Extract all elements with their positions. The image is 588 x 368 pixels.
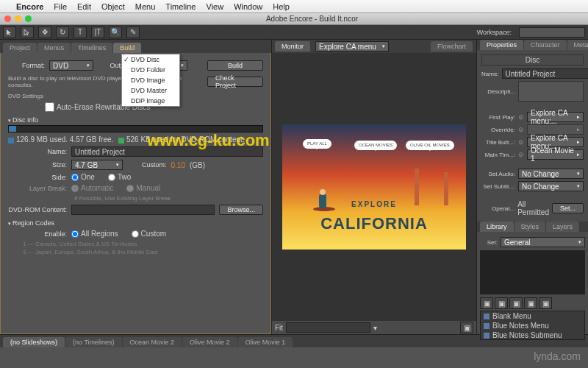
- p-name-label: Name:: [481, 71, 499, 77]
- left-panel-tabs: Project Menus Timelines Build: [0, 40, 271, 53]
- zoom-icon[interactable]: [25, 15, 32, 22]
- direct-select-tool-icon[interactable]: [21, 26, 34, 38]
- rotate-tool-icon[interactable]: ↻: [56, 26, 69, 38]
- side-two-radio[interactable]: Two: [108, 173, 131, 181]
- disc-name-input[interactable]: [71, 146, 263, 157]
- menu-object[interactable]: Object: [101, 2, 125, 11]
- lib-filter-icon[interactable]: ▣: [480, 297, 493, 309]
- monitor-tool-icon[interactable]: ▣: [460, 322, 473, 333]
- monitor-canvas[interactable]: PLAY ALL OCEAN MOVIES OLIVE OIL MOVIES E…: [272, 53, 476, 321]
- menu-timeline[interactable]: Timeline: [165, 2, 196, 11]
- vertical-text-tool-icon[interactable]: |T: [91, 26, 104, 38]
- pickwhip-icon[interactable]: ⊚: [518, 151, 524, 158]
- p-audio-select[interactable]: No Change▾: [518, 169, 584, 179]
- p-title-select[interactable]: Explore CA menu:...▸: [527, 137, 584, 147]
- preview-subtitle: EXPLORE: [282, 200, 466, 208]
- side-one-radio[interactable]: One: [71, 173, 95, 181]
- tab-monitor[interactable]: Monitor: [275, 41, 310, 52]
- list-item: Blue Notes Submenu: [481, 330, 584, 340]
- disc-size-select[interactable]: 4.7 GB▾: [71, 160, 123, 170]
- library-panel: Set:General▾ ▣ ▣ ▣ ▣ ▣ Blank Menu Blue N…: [477, 232, 588, 343]
- menu-help[interactable]: Help: [273, 2, 290, 11]
- tab-library[interactable]: Library: [480, 222, 514, 232]
- edit-tool-icon[interactable]: ✎: [126, 26, 140, 38]
- region-all-radio[interactable]: All Regions: [71, 230, 118, 238]
- dropdown-item[interactable]: DVD Image: [122, 75, 179, 85]
- p-sub-select[interactable]: No Change▾: [518, 181, 584, 191]
- tab-build[interactable]: Build: [113, 43, 141, 53]
- close-icon[interactable]: [4, 15, 11, 22]
- lib-filter-icon[interactable]: ▣: [495, 297, 508, 309]
- text-tool-icon[interactable]: T: [74, 26, 87, 38]
- disc-info-header[interactable]: Disc Info: [8, 116, 263, 124]
- bottom-tab[interactable]: Olive Movie 1: [238, 337, 293, 347]
- region-custom-radio[interactable]: Custom: [132, 230, 166, 238]
- p-desc-input[interactable]: [518, 81, 584, 102]
- lib-list[interactable]: Blank Menu Blue Notes Menu Blue Notes Su…: [480, 311, 585, 340]
- bottom-tab[interactable]: (no Timelines): [65, 337, 122, 347]
- dropdown-item[interactable]: DVD Folder: [122, 65, 179, 75]
- p-main-select[interactable]: Ocean Movie 1▸: [527, 149, 584, 160]
- browse-button[interactable]: Browse...: [219, 205, 263, 215]
- app-menu[interactable]: Encore: [16, 2, 43, 11]
- menu-file[interactable]: File: [54, 2, 67, 11]
- lib-filter-icon[interactable]: ▣: [524, 297, 537, 309]
- zoom-tool-icon[interactable]: 🔍: [109, 26, 122, 38]
- p-first-select[interactable]: Explore CA menu:...▸: [527, 112, 584, 122]
- tab-metadata[interactable]: Metadata: [567, 40, 588, 50]
- prop-header: Disc: [481, 54, 584, 66]
- move-tool-icon[interactable]: ✥: [38, 26, 51, 38]
- right-tabs: Properties Character Metadata: [477, 40, 588, 50]
- p-desc-label: Descripti...: [481, 88, 515, 95]
- menu-btn-playall[interactable]: PLAY ALL: [303, 139, 331, 149]
- tab-menus[interactable]: Menus: [37, 43, 71, 53]
- fit-label: Fit: [275, 324, 283, 332]
- region-item: 1 — Canada, United States & US Territori…: [23, 241, 263, 247]
- lb-manual-radio: Manual: [126, 184, 160, 192]
- bottom-tab[interactable]: (no Slideshows): [3, 337, 65, 347]
- menu-btn-ocean[interactable]: OCEAN MOVIES: [354, 141, 397, 150]
- selection-tool-icon[interactable]: [3, 26, 16, 38]
- disc-legend: 126.9 MB used. 4.57 GB free. 526 KB used…: [8, 135, 263, 144]
- dropdown-item[interactable]: DVD Disc: [122, 54, 179, 65]
- dropdown-item[interactable]: DDP Image: [122, 96, 179, 106]
- check-project-button[interactable]: Check Project: [207, 77, 263, 87]
- zoom-input[interactable]: [286, 322, 370, 333]
- menu-edit[interactable]: Edit: [77, 2, 91, 11]
- region-codes-header[interactable]: Region Codes: [8, 219, 263, 227]
- dropdown-item[interactable]: DVD Master: [122, 85, 179, 96]
- zoom-dropdown-icon[interactable]: ▾: [373, 324, 377, 332]
- lib-set-select[interactable]: General▾: [501, 237, 585, 247]
- lib-filter-icon[interactable]: ▣: [509, 297, 523, 309]
- menu-btn-olive[interactable]: OLIVE OIL MOVIES: [406, 141, 454, 150]
- library-tabs: Library Styles Layers: [477, 222, 588, 232]
- monitor-menu-select[interactable]: Explore CA menu▾: [315, 41, 389, 52]
- set-operations-button[interactable]: Set...: [552, 203, 584, 213]
- tab-character[interactable]: Character: [524, 40, 567, 50]
- bottom-tab[interactable]: Ocean Movie 2: [123, 337, 182, 347]
- pickwhip-icon[interactable]: ⊚: [518, 126, 524, 133]
- bottom-tab[interactable]: Olive Movie 2: [182, 337, 237, 347]
- lib-filter-icon[interactable]: ▣: [539, 297, 552, 309]
- p-name-input[interactable]: [502, 68, 588, 79]
- menu-window[interactable]: Window: [234, 2, 262, 11]
- tab-styles[interactable]: Styles: [514, 222, 546, 232]
- lb-hint: If Possible, Use Existing Layer Break: [74, 195, 263, 202]
- p-override-select[interactable]: ▸: [527, 124, 584, 135]
- tab-timelines[interactable]: Timelines: [71, 43, 112, 53]
- pickwhip-icon[interactable]: ⊚: [518, 138, 524, 146]
- tab-flowchart[interactable]: Flowchart: [431, 41, 473, 52]
- menu-menu[interactable]: Menu: [135, 2, 156, 11]
- tab-properties[interactable]: Properties: [480, 40, 523, 50]
- p-title-label: Title Butt...:: [481, 139, 515, 146]
- menu-view[interactable]: View: [207, 2, 224, 11]
- tab-project[interactable]: Project: [3, 43, 37, 53]
- workspace-select[interactable]: [519, 27, 585, 38]
- build-button[interactable]: Build: [207, 60, 263, 71]
- disc-usage-bar: [8, 125, 263, 132]
- tab-layers[interactable]: Layers: [546, 222, 579, 232]
- pickwhip-icon[interactable]: ⊚: [518, 113, 524, 121]
- minimize-icon[interactable]: [15, 15, 21, 22]
- format-select[interactable]: DVD▾: [49, 60, 93, 71]
- dvdrom-path-input[interactable]: [71, 205, 215, 215]
